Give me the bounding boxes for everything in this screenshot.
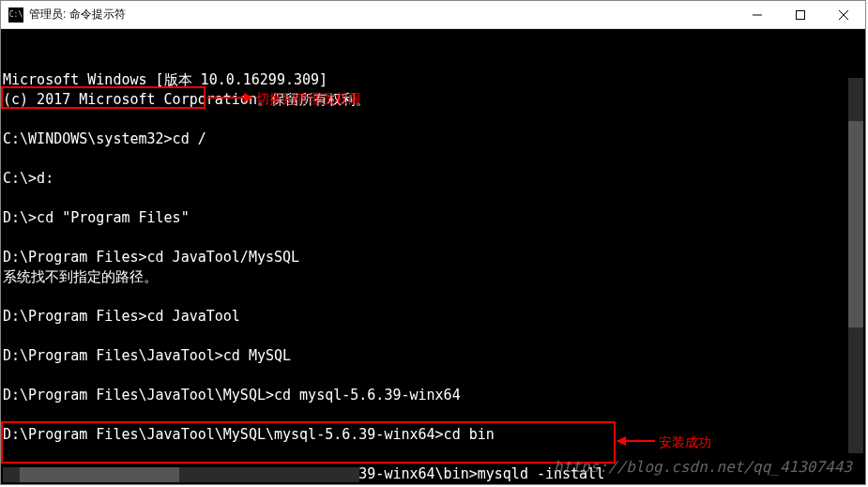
terminal-line: D:\Program Files\JavaTool\MySQL>cd mysql… [3,386,865,405]
terminal-body[interactable]: Microsoft Windows [版本 10.0.16299.309](c)… [1,29,865,484]
cmd-icon: C:\ [8,8,23,23]
terminal-line [3,405,865,425]
close-button[interactable] [822,1,865,29]
terminal-line [3,287,865,307]
terminal-line: (c) 2017 Microsoft Corporation。保留所有权利。 [3,90,865,110]
terminal-line: Microsoft Windows [版本 10.0.16299.309] [3,70,865,90]
titlebar-buttons [736,1,865,29]
maximize-button[interactable] [779,1,822,29]
minimize-button[interactable] [736,1,779,29]
scrollbar-vertical[interactable] [848,78,863,453]
terminal-line: D:\Program Files>cd JavaTool/MysSQL [3,248,865,267]
terminal-line [3,149,865,169]
scrollbar-v-thumb[interactable] [848,121,863,327]
terminal-line [3,327,865,346]
terminal-line: D:\Program Files\JavaTool\MySQL\mysql-5.… [3,425,865,445]
terminal-line: D:\Program Files>cd JavaTool [3,307,865,327]
terminal-line: 系统找不到指定的路径。 [3,267,865,287]
terminal-line [3,189,865,208]
terminal-line [3,228,865,248]
watermark: https://blog.csdn.net/qq_41307443 [554,457,852,477]
scrollbar-horizontal[interactable] [3,467,359,482]
svg-rect-1 [797,11,805,20]
window-title: 管理员: 命令提示符 [29,7,126,23]
terminal-line [3,366,865,386]
terminal-line [3,110,865,129]
terminal-line: D:\Program Files\JavaTool>cd MySQL [3,346,865,366]
titlebar[interactable]: C:\ 管理员: 命令提示符 [1,1,865,29]
terminal-line: C:\WINDOWS\system32>cd / [3,129,865,149]
terminal-line: D:\>cd "Program Files" [3,208,865,228]
cmd-window: C:\ 管理员: 命令提示符 Microsoft Windows [版本 10.… [0,0,866,485]
terminal-line: C:\>d: [3,169,865,189]
scrollbar-h-thumb[interactable] [20,467,179,482]
